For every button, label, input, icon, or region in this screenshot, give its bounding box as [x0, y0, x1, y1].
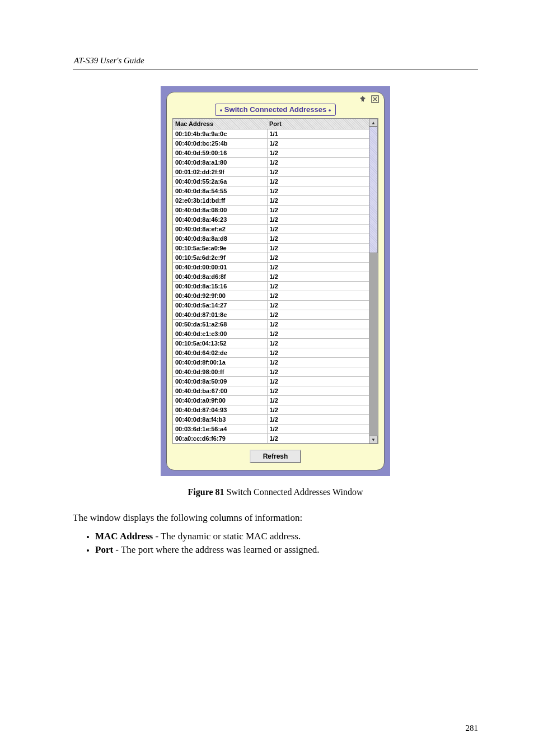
cell-port: 1/2 [267, 244, 369, 253]
cell-port: 1/2 [267, 396, 369, 405]
table-row[interactable]: 00:50:da:51:a2:681/2 [173, 320, 369, 329]
table-row[interactable]: 00:40:0d:55:2a:6a1/2 [173, 177, 369, 186]
table-row[interactable]: 00:40:0d:8a:d6:8f1/2 [173, 272, 369, 282]
cell-mac: 00:40:0d:8a:ef:e2 [173, 225, 267, 234]
cell-port: 1/2 [267, 301, 369, 310]
cell-port: 1/2 [267, 253, 369, 263]
scroll-thumb[interactable] [369, 127, 378, 253]
table-row[interactable]: 00:10:4b:9a:9a:0c1/1 [173, 129, 369, 139]
cell-mac: 00:50:da:51:a2:68 [173, 320, 267, 329]
cell-mac: 00:40:0d:8a:f4:b3 [173, 415, 267, 424]
table-row[interactable]: 00:40:0d:8a:ef:e21/2 [173, 225, 369, 234]
header-divider [73, 69, 478, 69]
cell-mac: 00:40:0d:5a:14:27 [173, 301, 267, 310]
table-row[interactable]: 00:40:0d:8a:a1:801/2 [173, 158, 369, 167]
cell-mac: 00:40:0d:bc:25:4b [173, 139, 267, 148]
cell-mac: 00:40:0d:ba:67:00 [173, 386, 267, 396]
pin-icon[interactable] [358, 95, 367, 104]
cell-port: 1/2 [267, 424, 369, 434]
cell-port: 1/2 [267, 263, 369, 272]
table-row[interactable]: 00:40:0d:ba:67:001/2 [173, 386, 369, 396]
table-row[interactable]: 00:40:0d:8a:15:161/2 [173, 282, 369, 291]
cell-port: 1/2 [267, 367, 369, 377]
table-row[interactable]: 00:40:0d:59:00:161/2 [173, 148, 369, 158]
table-row[interactable]: 00:40:0d:8a:8a:d81/2 [173, 234, 369, 244]
cell-port: 1/2 [267, 434, 369, 444]
table-row[interactable]: 00:40:0d:c1:c3:001/2 [173, 329, 369, 339]
cell-port: 1/2 [267, 177, 369, 186]
cell-mac: 00:40:0d:00:00:01 [173, 263, 267, 272]
cell-mac: 02:e0:3b:1d:bd:ff [173, 196, 267, 206]
refresh-button[interactable]: Refresh [250, 450, 302, 463]
cell-port: 1/2 [267, 310, 369, 320]
table-row[interactable]: 00:40:0d:8a:54:551/2 [173, 186, 369, 196]
cell-port: 1/2 [267, 329, 369, 339]
cell-port: 1/2 [267, 158, 369, 167]
cell-port: 1/2 [267, 215, 369, 225]
table-row[interactable]: 00:10:5a:5e:a0:9e1/2 [173, 244, 369, 253]
cell-port: 1/2 [267, 358, 369, 367]
cell-mac: 00:40:0d:64:02:de [173, 348, 267, 358]
table-row[interactable]: 00:40:0d:bc:25:4b1/2 [173, 139, 369, 148]
panel-frame: • Switch Connected Addresses • Mac Addre… [161, 86, 390, 476]
table-row[interactable]: 02:e0:3b:1d:bd:ff1/2 [173, 196, 369, 206]
header-left: AT-S39 User's Guide [74, 56, 144, 66]
cell-mac: 00:40:0d:8a:d6:8f [173, 272, 267, 282]
cell-mac: 00:40:0d:c1:c3:00 [173, 329, 267, 339]
cell-mac: 00:a0:cc:d6:f6:79 [173, 434, 267, 444]
cell-port: 1/2 [267, 139, 369, 148]
cell-mac: 00:40:0d:8a:15:16 [173, 282, 267, 291]
cell-mac: 00:40:0d:8a:8a:d8 [173, 234, 267, 244]
table-row[interactable]: 00:40:0d:8a:f4:b31/2 [173, 415, 369, 424]
cell-mac: 00:40:0d:59:00:16 [173, 148, 267, 158]
scroll-down-icon[interactable]: ▼ [369, 436, 378, 444]
cell-port: 1/2 [267, 291, 369, 301]
scroll-up-icon[interactable]: ▲ [369, 119, 378, 127]
cell-mac: 00:01:02:dd:2f:9f [173, 167, 267, 177]
cell-port: 1/2 [267, 234, 369, 244]
cell-mac: 00:40:0d:8f:00:1a [173, 358, 267, 367]
close-icon[interactable] [371, 95, 380, 104]
page-number: 281 [73, 724, 478, 733]
table-row[interactable]: 00:40:0d:8a:50:091/2 [173, 377, 369, 386]
cell-mac: 00:40:0d:a0:9f:00 [173, 396, 267, 405]
col-mac[interactable]: Mac Address [173, 119, 267, 129]
table-row[interactable]: 00:40:0d:a0:9f:001/2 [173, 396, 369, 405]
cell-mac: 00:40:0d:92:9f:00 [173, 291, 267, 301]
table-row[interactable]: 00:40:0d:8f:00:1a1/2 [173, 358, 369, 367]
col-port[interactable]: Port [267, 119, 369, 129]
cell-mac: 00:40:0d:87:04:93 [173, 405, 267, 415]
cell-mac: 00:10:4b:9a:9a:0c [173, 129, 267, 139]
cell-port: 1/2 [267, 272, 369, 282]
cell-port: 1/2 [267, 206, 369, 215]
cell-port: 1/2 [267, 377, 369, 386]
table-row[interactable]: 00:40:0d:87:04:931/2 [173, 405, 369, 415]
table-row[interactable]: 00:01:02:dd:2f:9f1/2 [173, 167, 369, 177]
scroll-track[interactable] [369, 127, 378, 436]
cell-port: 1/2 [267, 348, 369, 358]
cell-port: 1/2 [267, 196, 369, 206]
table-row[interactable]: 00:10:5a:04:13:521/2 [173, 339, 369, 348]
bullet-list: MAC Address - The dynamic or static MAC … [95, 531, 478, 556]
table-row[interactable]: 00:10:5a:6d:2c:9f1/2 [173, 253, 369, 263]
table-row[interactable]: 00:a0:cc:d6:f6:791/2 [173, 434, 369, 444]
table-row[interactable]: 00:40:0d:98:00:ff1/2 [173, 367, 369, 377]
cell-mac: 00:40:0d:8a:08:00 [173, 206, 267, 215]
cell-mac: 00:40:0d:87:01:8e [173, 310, 267, 320]
table-row[interactable]: 00:40:0d:87:01:8e1/2 [173, 310, 369, 320]
table-row[interactable]: 00:40:0d:5a:14:271/2 [173, 301, 369, 310]
table-row[interactable]: 00:40:0d:64:02:de1/2 [173, 348, 369, 358]
table-row[interactable]: 00:40:0d:00:00:011/2 [173, 263, 369, 272]
cell-mac: 00:10:5a:5e:a0:9e [173, 244, 267, 253]
table-row[interactable]: 00:40:0d:8a:46:231/2 [173, 215, 369, 225]
cell-mac: 00:40:0d:98:00:ff [173, 367, 267, 377]
cell-mac: 00:40:0d:8a:a1:80 [173, 158, 267, 167]
cell-port: 1/2 [267, 282, 369, 291]
cell-port: 1/2 [267, 186, 369, 196]
scrollbar[interactable]: ▲ ▼ [369, 119, 378, 444]
table-row[interactable]: 00:40:0d:92:9f:001/2 [173, 291, 369, 301]
table-row[interactable]: 00:40:0d:8a:08:001/2 [173, 206, 369, 215]
cell-mac: 00:10:5a:04:13:52 [173, 339, 267, 348]
table-row[interactable]: 00:03:6d:1e:56:a41/2 [173, 424, 369, 434]
cell-port: 1/2 [267, 320, 369, 329]
